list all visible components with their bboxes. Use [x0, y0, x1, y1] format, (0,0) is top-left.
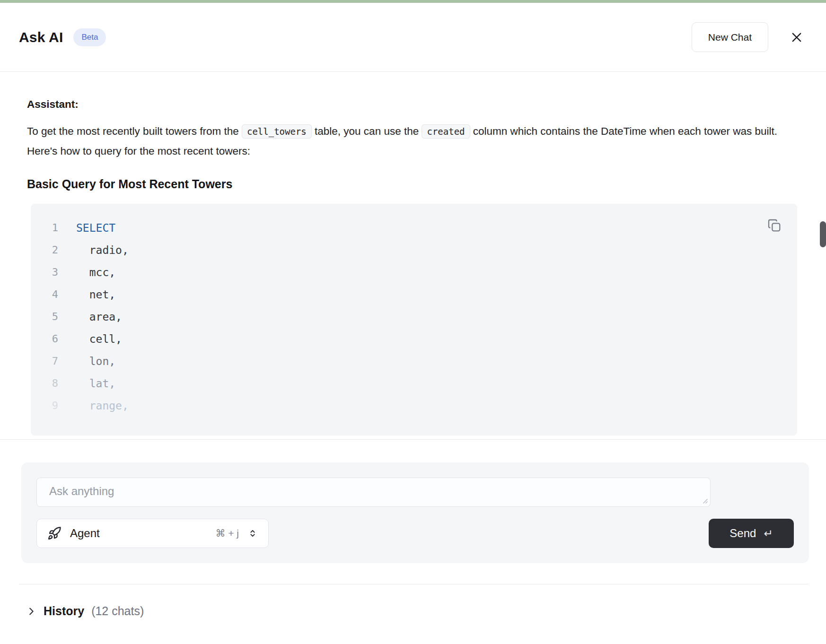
footer-divider — [19, 584, 808, 584]
history-section: History (12 chats) — [0, 584, 826, 618]
code-line: 3 mcc, — [31, 261, 797, 283]
send-label: Send — [729, 527, 756, 540]
line-number: 8 — [31, 377, 58, 389]
code-line: 6 cell, — [31, 328, 797, 350]
code-line: 2 radio, — [31, 239, 797, 261]
line-content: net, — [76, 288, 115, 301]
panel-header-right: New Chat — [692, 22, 807, 52]
panel-header-left: Ask AI Beta — [19, 28, 106, 46]
line-content: range, — [76, 400, 129, 412]
return-icon: ↵ — [764, 527, 773, 540]
code-lines: 1SELECT2 radio,3 mcc,4 net,5 area,6 cell… — [31, 217, 797, 417]
section-heading: Basic Query for Most Recent Towers — [27, 177, 793, 191]
history-toggle[interactable]: History (12 chats) — [26, 604, 144, 618]
ask-ai-panel: Ask AI Beta New Chat Assistant: To get t… — [0, 0, 826, 644]
copy-code-button[interactable] — [767, 217, 784, 234]
chevron-updown-icon — [247, 528, 258, 539]
agent-mode-selector[interactable]: Agent ⌘ + j — [36, 519, 269, 548]
assistant-role-label: Assistant: — [27, 98, 793, 111]
line-content: SELECT — [76, 222, 115, 234]
close-icon — [790, 31, 803, 44]
code-line: 7 lon, — [31, 350, 797, 372]
line-number: 3 — [31, 266, 58, 278]
line-content: area, — [76, 311, 122, 323]
code-line: 4 net, — [31, 283, 797, 305]
composer-panel: Agent ⌘ + j Send ↵ — [21, 462, 809, 563]
assistant-message-text: To get the most recently built towers fr… — [27, 122, 793, 161]
shortcut-hint: ⌘ + j — [215, 528, 239, 539]
chat-scroll-area[interactable]: Assistant: To get the most recently buil… — [0, 72, 826, 440]
line-number: 6 — [31, 333, 58, 345]
copy-icon — [767, 218, 784, 233]
beta-badge: Beta — [73, 28, 106, 46]
line-number: 5 — [31, 311, 58, 322]
code-line: 9 range, — [31, 394, 797, 417]
code-line: 1SELECT — [31, 217, 797, 239]
history-count: (12 chats) — [91, 604, 144, 618]
mode-label: Agent — [70, 527, 100, 540]
scrollbar-thumb[interactable] — [820, 221, 826, 247]
line-number: 7 — [31, 355, 58, 367]
text-run: table, you can use the — [312, 125, 422, 137]
inline-code: created — [422, 124, 470, 139]
line-number: 2 — [31, 244, 58, 256]
send-button[interactable]: Send ↵ — [709, 519, 794, 548]
line-content: cell, — [76, 333, 122, 345]
history-label: History — [44, 604, 84, 618]
line-number: 1 — [31, 222, 58, 234]
chat-input[interactable] — [36, 478, 711, 507]
composer-row: Agent ⌘ + j Send ↵ — [36, 519, 794, 548]
code-line: 8 lat, — [31, 372, 797, 394]
sql-code-block: 1SELECT2 radio,3 mcc,4 net,5 area,6 cell… — [31, 204, 797, 435]
rocket-icon — [47, 526, 62, 540]
panel-header: Ask AI Beta New Chat — [0, 3, 826, 72]
line-content: lat, — [76, 377, 115, 390]
line-number: 9 — [31, 400, 58, 411]
line-number: 4 — [31, 288, 58, 300]
panel-title: Ask AI — [19, 29, 63, 45]
text-run: To get the most recently built towers fr… — [27, 125, 242, 137]
code-line: 5 area, — [31, 305, 797, 328]
close-button[interactable] — [786, 27, 807, 48]
textarea-resize-handle[interactable] — [701, 497, 709, 505]
chevron-right-icon — [26, 606, 36, 617]
line-content: radio, — [76, 244, 129, 256]
new-chat-button[interactable]: New Chat — [692, 22, 768, 52]
inline-code: cell_towers — [242, 124, 312, 139]
line-content: mcc, — [76, 266, 115, 278]
line-content: lon, — [76, 355, 115, 367]
